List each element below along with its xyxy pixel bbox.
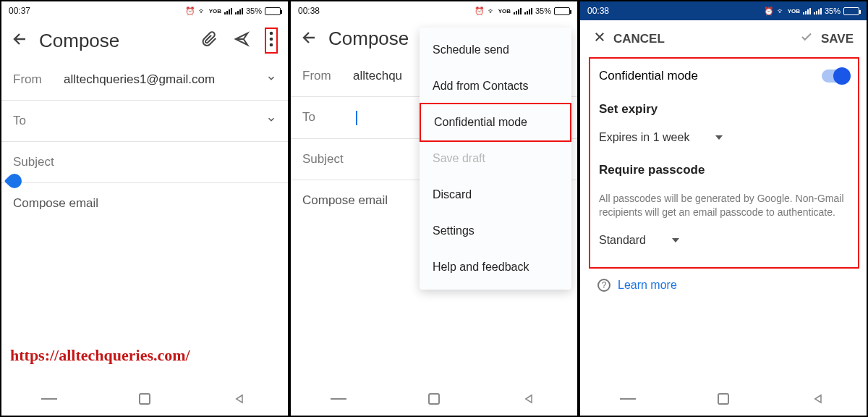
battery-icon [843,7,859,15]
require-passcode-title: Require passcode [597,151,851,185]
subject-input[interactable]: Subject [1,142,288,183]
home-button[interactable] [137,391,153,407]
from-label: From [13,72,64,87]
svg-point-1 [270,38,273,41]
menu-item-discard[interactable]: Discard [420,177,571,213]
chevron-down-icon [266,72,276,87]
screenshot-1-compose: 00:37 ⏰ ᯤ YOB 35% Compose [0,0,289,417]
signal-icon [514,7,522,14]
menu-item-save-draft: Save draft [420,140,571,177]
alarm-icon: ⏰ [764,7,774,16]
close-icon [593,30,606,47]
recent-apps-button[interactable] [41,391,57,407]
cancel-button[interactable]: CANCEL [593,30,665,47]
send-icon[interactable] [233,31,250,50]
android-nav-bar [1,382,288,416]
overflow-menu: Schedule send Add from Contacts Confiden… [420,28,571,290]
learn-more-label: Learn more [618,279,677,292]
wifi-icon: ᯤ [198,7,206,15]
status-icons: ⏰ ᯤ YOB 35% [185,7,281,16]
confidential-mode-toggle-row[interactable]: Confidential mode [597,62,851,90]
signal-icon-2 [814,7,822,14]
body-placeholder: Compose email [13,196,98,210]
from-row[interactable]: From alltechqueries1@gmail.com [1,59,288,101]
to-label: To [13,114,64,128]
watermark: https://alltechqueries.com/ [10,346,190,365]
alarm-icon: ⏰ [475,7,485,16]
learn-more-link[interactable]: ? Learn more [580,269,867,292]
signal-icon [224,7,232,14]
subject-placeholder: Subject [302,152,344,166]
screenshot-3-confidential-mode: 00:38 ⏰ ᯤ YOB 35% CANCEL SAVE Confidenti… [579,0,868,417]
battery-icon [554,7,570,15]
back-icon[interactable] [12,30,29,51]
body-input[interactable]: Compose email [1,183,288,224]
compose-header: Compose [1,20,288,59]
signal-icon-2 [524,7,532,14]
save-label: SAVE [821,32,854,46]
net-label: YOB [788,8,800,14]
home-button[interactable] [715,391,731,407]
passcode-description: All passcodes will be generated by Googl… [597,185,851,227]
battery-text: 35% [825,7,841,15]
clock: 00:38 [587,6,609,16]
passcode-value: Standard [599,234,646,247]
save-button[interactable]: SAVE [799,30,854,47]
back-icon[interactable] [301,29,318,49]
menu-item-help[interactable]: Help and feedback [420,249,571,285]
help-icon: ? [597,279,610,292]
battery-icon [265,7,281,15]
confidential-mode-label: Confidential mode [599,69,698,83]
to-label: To [302,110,353,125]
set-expiry-title: Set expiry [597,90,851,124]
page-title: Compose [39,30,191,52]
android-nav-bar [291,382,577,416]
recent-apps-button[interactable] [620,391,636,407]
expiry-dropdown[interactable]: Expires in 1 week [597,124,851,151]
back-button[interactable] [232,391,248,407]
clock: 00:38 [298,6,320,16]
android-nav-bar [580,382,867,416]
menu-item-confidential-mode[interactable]: Confidential mode [420,103,571,142]
back-button[interactable] [522,391,537,407]
clock: 00:37 [9,6,30,16]
recent-apps-button[interactable] [331,391,346,407]
subject-placeholder: Subject [13,155,54,169]
text-caret-icon [356,111,357,125]
status-icons: ⏰ ᯤ YOB 35% [764,7,859,16]
menu-item-schedule-send[interactable]: Schedule send [420,32,571,68]
net-label: YOB [498,8,511,14]
cancel-label: CANCEL [613,32,665,46]
status-bar: 00:38 ⏰ ᯤ YOB 35% [291,1,577,20]
to-row[interactable]: To [1,101,288,142]
from-label: From [302,69,353,83]
chevron-down-icon [266,114,276,128]
home-button[interactable] [426,391,442,407]
check-icon [799,30,814,47]
dropdown-arrow-icon [672,238,679,243]
from-value: alltechqueries1@gmail.com [64,72,266,87]
toggle-on-icon[interactable] [822,70,849,83]
confidential-actionbar: CANCEL SAVE [580,20,867,54]
status-icons: ⏰ ᯤ YOB 35% [475,7,570,16]
attach-icon[interactable] [201,31,218,50]
menu-item-settings[interactable]: Settings [420,213,571,249]
battery-text: 35% [535,7,551,15]
passcode-dropdown[interactable]: Standard [597,227,851,254]
status-bar: 00:38 ⏰ ᯤ YOB 35% [580,1,867,20]
status-bar: 00:37 ⏰ ᯤ YOB 35% [1,1,288,20]
svg-point-0 [270,32,273,35]
signal-icon-2 [235,7,243,14]
more-icon[interactable] [268,37,274,49]
net-label: YOB [209,8,221,14]
battery-text: 35% [246,7,262,15]
alarm-icon: ⏰ [185,7,195,16]
svg-point-2 [270,43,273,47]
back-button[interactable] [811,391,827,407]
menu-item-add-from-contacts[interactable]: Add from Contacts [420,68,571,104]
more-menu-highlight [265,28,278,54]
expiry-value: Expires in 1 week [599,131,689,144]
wifi-icon: ᯤ [488,7,495,15]
screenshot-2-menu: 00:38 ⏰ ᯤ YOB 35% Compose From alltechqu… [289,0,579,417]
confidential-mode-panel: Confidential mode Set expiry Expires in … [589,57,859,269]
